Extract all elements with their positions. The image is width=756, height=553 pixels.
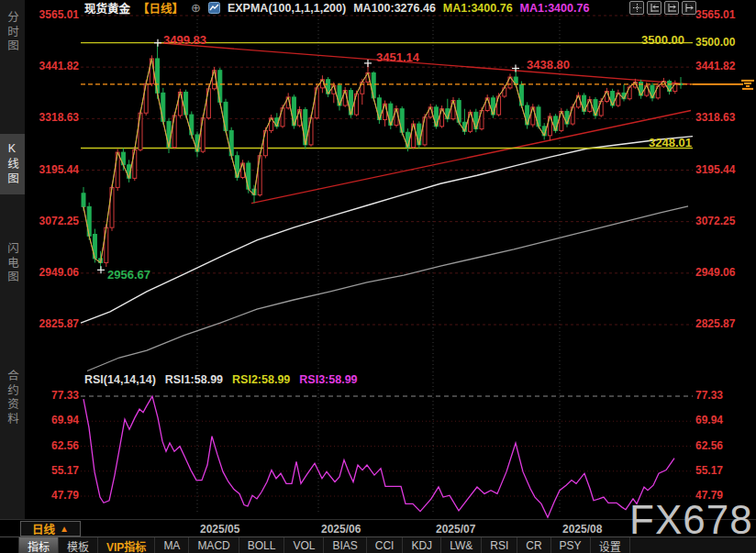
chart-toolbar-icons — [629, 1, 696, 15]
rsi1-value: RSI1:58.99 — [165, 373, 223, 386]
ma100-value: MA100:3276.46 — [353, 2, 436, 15]
price-axis-label: 3195.44 — [31, 164, 79, 176]
rsi-axis-label: 77.33 — [31, 390, 79, 402]
toolbar-item-BOLL[interactable]: BOLL — [239, 537, 285, 553]
price-annotation: 3248.01 — [649, 136, 692, 149]
rsi-axis-label: 55.17 — [695, 465, 723, 477]
toolbar-item-VOL[interactable]: VOL — [284, 537, 324, 553]
ma1-yellow-value: MA1:3400.76 — [443, 2, 513, 15]
price-axis-label: 2949.06 — [31, 267, 79, 279]
price-axis-label: 3318.63 — [695, 112, 735, 124]
chevron-up-icon: ▲ — [60, 524, 69, 534]
current-price-marker — [741, 80, 754, 90]
move-tool-icon[interactable] — [629, 1, 644, 15]
price-annotation: 2956.67 — [107, 268, 150, 282]
symbol-name: 现货黄金 — [84, 0, 130, 17]
add-indicator-icon[interactable]: ⊕ — [191, 1, 201, 15]
price-axis-label: 2949.06 — [695, 267, 735, 279]
price-annotation: 3499.83 — [163, 33, 206, 47]
ma1-magenta-value: MA1:3400.76 — [520, 2, 590, 15]
rsi-header: RSI(14,14,14) RSI1:58.99 RSI2:58.99 RSI3… — [84, 373, 358, 386]
time-axis-label: 2025/08 — [562, 523, 602, 536]
rsi2-value: RSI2:58.99 — [232, 373, 290, 386]
price-axis-label: 3195.44 — [695, 164, 735, 176]
sidebar-item-2[interactable]: K线图 — [0, 134, 25, 194]
price-annotation: 3451.14 — [376, 50, 419, 64]
price-axis-label: 3565.01 — [31, 9, 79, 21]
toolbar-item-PSY[interactable]: PSY — [551, 537, 591, 553]
price-axis-label: 3072.25 — [31, 216, 79, 227]
toolbar-item-模板[interactable]: 模板 — [59, 537, 98, 553]
expma-label: EXPMA(100,1,1,1,200) — [228, 2, 346, 15]
sidebar-item-1[interactable]: 分时图 — [0, 6, 25, 59]
price-axis-label-yellow: 3500.00 — [695, 37, 735, 49]
rsi-axis-label: 69.94 — [695, 415, 723, 426]
compress-axis-left-icon[interactable] — [647, 1, 662, 15]
price-axis-label: 2825.87 — [695, 318, 735, 330]
time-axis-label: 2025/05 — [200, 523, 239, 536]
toolbar-item-设置[interactable]: 设置 — [591, 537, 630, 553]
toolbar-item-KDJ[interactable]: KDJ — [403, 537, 441, 553]
sidebar-item-4[interactable]: 合约资料 — [0, 356, 25, 440]
price-annotation: 3438.80 — [527, 58, 570, 72]
period-selector-label: 日线 — [32, 520, 55, 537]
rsi3-value: RSI3:58.99 — [299, 373, 357, 386]
time-axis-label: 2025/07 — [436, 523, 475, 536]
toolbar-item-MA[interactable]: MA — [155, 537, 189, 553]
compress-axis-right-icon[interactable] — [664, 1, 679, 15]
price-axis-label: 3441.82 — [695, 61, 735, 72]
toolbar-item-RSI[interactable]: RSI — [482, 537, 517, 553]
rsi-axis-label: 47.79 — [31, 490, 79, 502]
chart-window: 分时图K线图闪电图合约资料 现货黄金 【日线】 ⊕ EXPMA(100,1,1,… — [0, 0, 756, 553]
time-axis-label: 2025/06 — [321, 523, 361, 536]
rsi-title: RSI(14,14,14) — [84, 373, 156, 386]
toolbar-item-LW&[interactable]: LW& — [441, 537, 482, 553]
chart-mini-icon — [208, 2, 220, 14]
period-selector-button[interactable]: 日线 ▲ — [20, 521, 81, 536]
rsi-axis-label: 55.17 — [31, 465, 79, 477]
indicator-header: 现货黄金 【日线】 ⊕ EXPMA(100,1,1,1,200) MA100:3… — [84, 1, 589, 15]
toolbar-item-BIAS[interactable]: BIAS — [324, 537, 366, 553]
toolbar-item-VIP指标[interactable]: VIP指标 — [98, 537, 155, 553]
shift-right-icon[interactable] — [682, 1, 696, 15]
price-axis-label: 3441.82 — [31, 61, 79, 72]
toolbar-item-指标[interactable]: 指标 — [19, 537, 59, 553]
rsi-axis-label: 62.56 — [31, 440, 79, 452]
toolbar-item-CR[interactable]: CR — [517, 537, 550, 553]
rsi-axis-label: 62.56 — [695, 440, 723, 452]
price-axis-label: 2825.87 — [31, 318, 79, 330]
sidebar-item-3[interactable]: 闪电图 — [0, 235, 25, 292]
price-annotation: 3500.00 — [641, 33, 684, 47]
watermark: FX678 — [629, 497, 753, 543]
period-tag: 【日线】 — [138, 0, 183, 17]
price-axis-label: 3072.25 — [695, 216, 735, 227]
chart-type-sidebar: 分时图K线图闪电图合约资料 — [0, 0, 25, 519]
toolbar-item-MACD[interactable]: MACD — [189, 537, 239, 553]
toolbar-corner-cell — [0, 537, 19, 553]
price-axis-label: 3318.63 — [31, 112, 79, 124]
toolbar-item-CCI[interactable]: CCI — [367, 537, 404, 553]
rsi-axis-label: 69.94 — [31, 415, 79, 426]
price-axis-label: 3565.01 — [695, 9, 735, 21]
rsi-axis-label: 77.33 — [695, 390, 723, 402]
